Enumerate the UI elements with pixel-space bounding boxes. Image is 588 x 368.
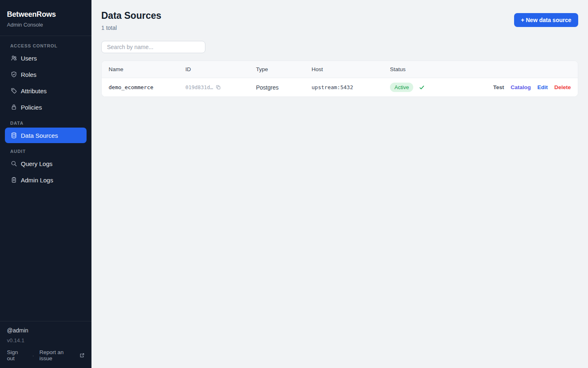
test-action[interactable]: Test bbox=[493, 84, 504, 90]
column-header-host: Host bbox=[312, 66, 390, 72]
sidebar-item-policies[interactable]: Policies bbox=[5, 99, 87, 115]
catalog-action[interactable]: Catalog bbox=[510, 84, 531, 90]
report-issue-label: Report an issue bbox=[40, 349, 78, 361]
section-label-audit: Audit bbox=[10, 149, 81, 154]
datasource-type: Postgres bbox=[256, 84, 312, 91]
sidebar-item-roles[interactable]: Roles bbox=[5, 67, 87, 82]
brand-subtitle: Admin Console bbox=[7, 22, 85, 27]
datasource-status-cell: Active bbox=[390, 83, 493, 92]
copy-id-button[interactable] bbox=[216, 85, 221, 90]
external-link-icon bbox=[80, 353, 85, 358]
tag-icon bbox=[11, 88, 17, 94]
sidebar-item-query-logs[interactable]: Query Logs bbox=[5, 156, 87, 171]
delete-action[interactable]: Delete bbox=[554, 84, 571, 90]
lock-icon bbox=[11, 104, 17, 110]
search-input[interactable] bbox=[101, 41, 205, 53]
sidebar-item-label: Policies bbox=[21, 104, 42, 111]
data-sources-table: Name ID Type Host Status demo_ecommerce … bbox=[101, 61, 578, 97]
sidebar-item-label: Admin Logs bbox=[21, 177, 53, 184]
brand-logo: BetweenRows bbox=[7, 11, 85, 18]
sidebar-item-attributes[interactable]: Attributes bbox=[5, 83, 87, 99]
row-actions: Test Catalog Edit Delete bbox=[493, 84, 578, 90]
sidebar-item-label: Users bbox=[21, 55, 37, 62]
copy-icon bbox=[216, 85, 221, 90]
datasource-host: upstream:5432 bbox=[312, 84, 390, 90]
status-badge: Active bbox=[390, 83, 413, 92]
page-header-text: Data Sources 1 total bbox=[101, 10, 161, 31]
sidebar-item-label: Attributes bbox=[21, 88, 47, 94]
page-title: Data Sources bbox=[101, 10, 161, 21]
new-data-source-button[interactable]: + New data source bbox=[514, 13, 578, 27]
app-version: v0.14.1 bbox=[7, 337, 85, 343]
datasource-id-cell: 019d831d… bbox=[185, 84, 256, 90]
database-icon bbox=[11, 132, 17, 139]
datasource-id: 019d831d… bbox=[185, 84, 213, 90]
datasource-name: demo_ecommerce bbox=[102, 84, 185, 90]
sidebar-item-users[interactable]: Users bbox=[5, 50, 87, 66]
sidebar-item-label: Data Sources bbox=[21, 132, 58, 139]
sidebar-item-data-sources[interactable]: Data Sources bbox=[5, 128, 87, 143]
column-header-id: ID bbox=[185, 66, 256, 72]
page-header: Data Sources 1 total + New data source bbox=[101, 10, 578, 31]
search-icon bbox=[11, 160, 17, 167]
table-header-row: Name ID Type Host Status bbox=[102, 61, 578, 78]
sidebar-nav: Access Control Users Roles bbox=[0, 36, 91, 188]
clipboard-icon bbox=[11, 177, 17, 183]
shield-check-icon bbox=[11, 71, 17, 78]
total-count: 1 total bbox=[101, 25, 161, 31]
table-row: demo_ecommerce 019d831d… Postgres bbox=[102, 78, 578, 96]
check-icon bbox=[419, 85, 425, 90]
main-content: Data Sources 1 total + New data source N… bbox=[91, 0, 588, 368]
column-header-type: Type bbox=[256, 66, 312, 72]
sidebar-header: BetweenRows Admin Console bbox=[0, 0, 91, 36]
section-label-data: Data bbox=[10, 121, 81, 126]
current-user: @admin bbox=[7, 327, 85, 334]
edit-action[interactable]: Edit bbox=[537, 84, 548, 90]
footer-links: Sign out · Report an issue bbox=[7, 349, 85, 361]
footer-separator: · bbox=[32, 352, 34, 359]
sidebar-footer: @admin v0.14.1 Sign out · Report an issu… bbox=[0, 321, 91, 368]
section-label-access-control: Access Control bbox=[10, 43, 81, 48]
report-issue-link[interactable]: Report an issue bbox=[40, 349, 85, 361]
users-icon bbox=[11, 55, 17, 61]
sidebar: BetweenRows Admin Console Access Control… bbox=[0, 0, 91, 368]
sign-out-link[interactable]: Sign out bbox=[7, 349, 27, 361]
sidebar-item-label: Query Logs bbox=[21, 160, 53, 167]
sidebar-item-admin-logs[interactable]: Admin Logs bbox=[5, 172, 87, 188]
sidebar-item-label: Roles bbox=[21, 71, 36, 78]
column-header-name: Name bbox=[102, 66, 185, 72]
column-header-status: Status bbox=[390, 66, 571, 72]
